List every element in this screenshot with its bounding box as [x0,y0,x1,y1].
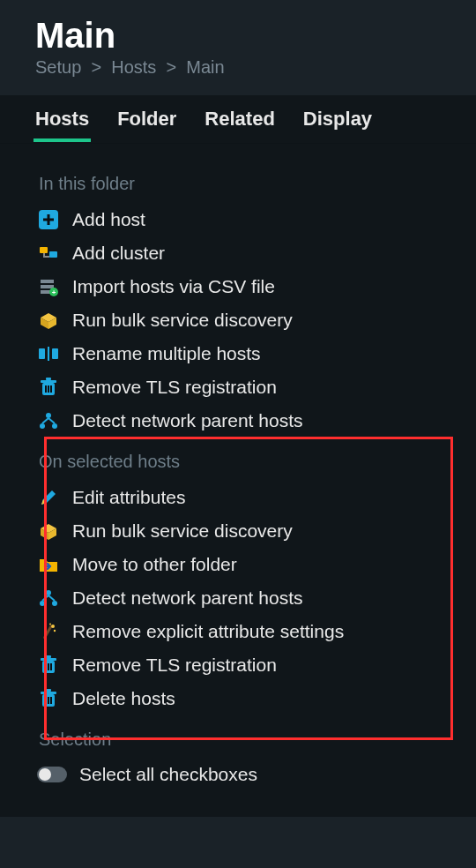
svg-point-24 [52,601,57,606]
menu-item-label: Delete hosts [72,688,175,709]
trash-icon [37,654,60,677]
menu-item-bulk-discovery[interactable]: Run bulk service discovery [35,303,441,337]
svg-text:+: + [52,288,56,296]
svg-point-23 [40,601,45,606]
plus-icon [37,208,60,231]
svg-point-26 [51,625,55,628]
svg-rect-31 [46,655,51,658]
menu-item-label: Add host [72,209,145,230]
svg-rect-16 [45,385,47,393]
tabbar: Hosts Folder Related Display [0,95,476,144]
menu-item-label: Remove explicit attribute settings [72,621,344,642]
svg-rect-32 [45,663,47,670]
import-icon: + [37,275,60,298]
svg-point-20 [40,423,45,429]
trash-icon [37,376,60,399]
menu-item-detect-parent[interactable]: Detect network parent hosts [35,404,441,438]
cluster-icon [37,242,60,265]
menu-item-label: Detect network parent hosts [72,587,302,609]
menu-item-label: Run bulk service discovery [72,310,293,331]
move-folder-icon [37,553,60,576]
svg-rect-38 [45,697,47,704]
svg-rect-2 [43,219,54,221]
menu-item-label: Add cluster [72,243,165,264]
menu-item-add-cluster[interactable]: Add cluster [35,236,441,270]
svg-rect-3 [40,247,48,253]
svg-point-28 [49,624,51,625]
tab-display[interactable]: Display [303,97,372,141]
svg-rect-25 [43,625,53,640]
menu-item-add-host[interactable]: Add host [35,203,441,236]
svg-rect-4 [49,251,57,258]
section-heading-selection: Selection [39,730,441,750]
box-icon [37,520,60,542]
menu-item-label: Move to other folder [72,554,237,575]
menu-panel: In this folder Add host Add cluster + Im… [0,144,476,817]
svg-rect-15 [46,378,51,380]
section-heading-on-selected-hosts: On selected hosts [39,452,441,472]
svg-rect-30 [41,658,56,661]
menu-item-move-folder[interactable]: Move to other folder [35,548,441,581]
svg-rect-5 [41,280,54,283]
menu-item-detect-parent-selected[interactable]: Detect network parent hosts [35,581,441,615]
box-icon [37,309,60,332]
menu-item-delete-hosts[interactable]: Delete hosts [35,682,441,715]
menu-item-remove-explicit-attrs[interactable]: Remove explicit attribute settings [35,615,441,648]
menu-item-label: Remove TLS registration [72,377,277,398]
menu-item-remove-tls-selected[interactable]: Remove TLS registration [35,648,441,682]
svg-rect-12 [48,347,49,361]
network-icon [37,409,60,432]
menu-item-bulk-discovery-selected[interactable]: Run bulk service discovery [35,514,441,548]
menu-item-label: Detect network parent hosts [72,410,302,431]
menu-item-remove-tls[interactable]: Remove TLS registration [35,370,441,404]
menu-item-import-csv[interactable]: + Import hosts via CSV file [35,270,441,303]
network-icon [37,587,60,610]
svg-rect-40 [50,697,52,704]
section-heading-in-this-folder: In this folder [39,174,441,194]
pencil-icon [37,486,60,509]
svg-point-19 [46,413,51,418]
menu-item-label: Remove TLS registration [72,655,277,676]
toggle-icon[interactable] [37,767,67,782]
svg-rect-34 [50,663,52,670]
trash-icon [37,687,60,710]
menu-item-label: Select all checkboxes [79,764,257,785]
svg-rect-10 [39,348,45,359]
svg-rect-39 [48,697,49,704]
svg-point-27 [54,630,56,632]
wand-icon [37,620,60,643]
svg-rect-17 [48,385,49,393]
breadcrumb-item[interactable]: Setup [35,57,81,77]
menu-item-label: Rename multiple hosts [72,343,261,364]
tab-related[interactable]: Related [205,97,274,141]
svg-rect-36 [41,692,56,694]
menu-item-select-all[interactable]: Select all checkboxes [35,759,441,790]
svg-rect-11 [52,348,58,359]
menu-item-label: Run bulk service discovery [72,520,293,542]
rename-icon [37,342,60,365]
tab-folder[interactable]: Folder [117,97,176,141]
svg-rect-18 [50,385,52,393]
menu-item-label: Edit attributes [72,487,185,508]
menu-item-edit-attributes[interactable]: Edit attributes [35,481,441,514]
breadcrumb-item[interactable]: Main [186,57,224,77]
svg-rect-33 [48,663,49,670]
tab-hosts[interactable]: Hosts [35,97,89,141]
svg-rect-37 [46,689,51,692]
svg-point-21 [52,423,57,429]
svg-point-22 [46,590,51,595]
page-title: Main [35,16,441,56]
breadcrumb: Setup > Hosts > Main [35,57,441,78]
breadcrumb-item[interactable]: Hosts [111,57,156,77]
menu-item-rename-hosts[interactable]: Rename multiple hosts [35,337,441,370]
svg-rect-14 [41,380,56,383]
menu-item-label: Import hosts via CSV file [72,276,275,297]
